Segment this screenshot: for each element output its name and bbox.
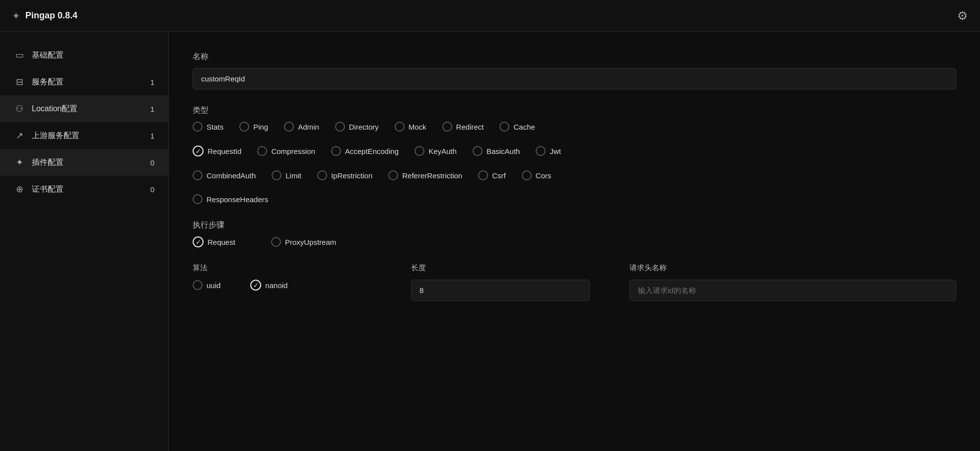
radio-combinedauth[interactable]: CombinedAuth: [193, 170, 256, 180]
radio-circle-directory: [335, 122, 345, 132]
algo-options: uuid ✓ nanoid: [193, 280, 371, 291]
sidebar-badge-location: 1: [144, 105, 154, 113]
sidebar-item-basic[interactable]: ▭ 基础配置: [0, 42, 168, 69]
type-label: 类型: [193, 105, 956, 116]
radio-circle-proxyupstream: [271, 237, 281, 247]
radio-circle-ping: [239, 122, 249, 132]
radio-circle-acceptencoding: [331, 146, 341, 156]
radio-nanoid[interactable]: ✓ nanoid: [250, 280, 287, 291]
radio-responseheaders[interactable]: ResponseHeaders: [193, 194, 268, 204]
radio-label-iprestriction: IpRestriction: [331, 171, 372, 180]
radio-circle-keyauth: [415, 146, 424, 156]
radio-iprestriction[interactable]: IpRestriction: [317, 170, 372, 180]
radio-circle-responseheaders: [193, 194, 203, 204]
sidebar-label-plugin: 插件配置: [32, 157, 64, 168]
radio-circle-jwt: [536, 146, 546, 156]
radio-circle-uuid: [193, 280, 203, 290]
radio-label-acceptencoding: AcceptEncoding: [345, 147, 399, 155]
logo-icon: ✦: [12, 10, 20, 22]
radio-circle-cors: [522, 170, 532, 180]
sidebar-label-cert: 证书配置: [32, 184, 64, 195]
radio-stats[interactable]: Stats: [193, 122, 223, 132]
radio-refererrestriction[interactable]: RefererRestriction: [388, 170, 462, 180]
radio-jwt[interactable]: Jwt: [536, 146, 561, 156]
sidebar-label-location: Location配置: [32, 104, 78, 114]
header-name-input[interactable]: [630, 280, 956, 301]
radio-cache[interactable]: Cache: [499, 122, 535, 132]
step-label: 执行步骤: [193, 220, 956, 230]
length-label: 长度: [411, 263, 590, 273]
algo-section: 算法 uuid ✓ nanoid 长度: [193, 263, 956, 301]
server-config-icon: ⊟: [14, 76, 25, 87]
radio-ping[interactable]: Ping: [239, 122, 268, 132]
sidebar-item-location[interactable]: ⚇ Location配置 1: [0, 95, 168, 122]
radio-keyauth[interactable]: KeyAuth: [415, 146, 457, 156]
plugin-config-icon: ✦: [14, 157, 25, 168]
sidebar-label-basic: 基础配置: [32, 50, 64, 61]
radio-circle-csrf: [478, 170, 488, 180]
radio-mock[interactable]: Mock: [395, 122, 426, 132]
radio-circle-cache: [499, 122, 509, 132]
radio-basicauth[interactable]: BasicAuth: [473, 146, 520, 156]
header-name-col: 请求头名称: [630, 263, 956, 301]
app-title: Pingap 0.8.4: [25, 10, 77, 21]
radio-cors[interactable]: Cors: [522, 170, 552, 180]
radio-label-compression: Compression: [271, 147, 315, 155]
header-left: ✦ Pingap 0.8.4: [12, 10, 77, 22]
radio-label-ping: Ping: [253, 123, 268, 131]
sidebar-label-server: 服务配置: [32, 77, 64, 87]
check-circle-request: ✓: [193, 236, 204, 247]
radio-label-cache: Cache: [513, 123, 535, 131]
radio-limit[interactable]: Limit: [272, 170, 301, 180]
sidebar-item-server[interactable]: ⊟ 服务配置 1: [0, 69, 168, 95]
radio-circle-redirect: [442, 122, 452, 132]
sidebar-item-plugin[interactable]: ✦ 插件配置 0: [0, 149, 168, 176]
radio-label-refererrestriction: RefererRestriction: [402, 171, 462, 180]
length-input[interactable]: [411, 280, 590, 301]
main-content: 名称 类型 Stats Ping Admin: [169, 32, 980, 451]
check-circle-requestid: ✓: [193, 146, 204, 156]
radio-circle-limit: [272, 170, 281, 180]
radio-csrf[interactable]: Csrf: [478, 170, 506, 180]
step-section: 执行步骤 ✓ Request ProxyUpstream: [193, 220, 956, 247]
sidebar-badge-cert: 0: [144, 185, 154, 194]
sidebar-item-upstream[interactable]: ↗ 上游服务配置 1: [0, 122, 168, 149]
radio-label-combinedauth: CombinedAuth: [207, 171, 256, 180]
radio-label-mock: Mock: [409, 123, 426, 131]
radio-request[interactable]: ✓ Request: [193, 236, 235, 247]
check-circle-nanoid: ✓: [250, 280, 261, 291]
radio-circle-mock: [395, 122, 405, 132]
radio-label-uuid: uuid: [207, 281, 220, 290]
radio-compression[interactable]: Compression: [257, 146, 315, 156]
name-section: 名称: [193, 52, 956, 89]
radio-circle-admin: [284, 122, 294, 132]
radio-uuid[interactable]: uuid: [193, 280, 220, 290]
radio-label-basicauth: BasicAuth: [487, 147, 520, 155]
radio-circle-combinedauth: [193, 170, 203, 180]
header-name-label: 请求头名称: [630, 263, 956, 273]
name-input[interactable]: [193, 68, 956, 89]
radio-requestid[interactable]: ✓ RequestId: [193, 146, 241, 156]
radio-label-admin: Admin: [298, 123, 319, 131]
type-section: 类型 Stats Ping Admin Directory: [193, 105, 956, 204]
sidebar-item-cert[interactable]: ⊕ 证书配置 0: [0, 176, 168, 203]
settings-icon[interactable]: ⚙: [957, 9, 968, 23]
radio-acceptencoding[interactable]: AcceptEncoding: [331, 146, 399, 156]
sidebar-label-upstream: 上游服务配置: [32, 131, 79, 141]
radio-label-nanoid: nanoid: [265, 281, 287, 290]
cert-config-icon: ⊕: [14, 184, 25, 195]
radio-redirect[interactable]: Redirect: [442, 122, 484, 132]
radio-label-requestid: RequestId: [208, 147, 241, 155]
radio-proxyupstream[interactable]: ProxyUpstream: [271, 237, 336, 247]
radio-directory[interactable]: Directory: [335, 122, 379, 132]
algo-row: 算法 uuid ✓ nanoid 长度: [193, 263, 956, 301]
radio-circle-basicauth: [473, 146, 483, 156]
radio-label-directory: Directory: [349, 123, 379, 131]
radio-circle-iprestriction: [317, 170, 327, 180]
radio-circle-refererrestriction: [388, 170, 398, 180]
radio-admin[interactable]: Admin: [284, 122, 319, 132]
radio-label-csrf: Csrf: [492, 171, 506, 180]
radio-label-limit: Limit: [285, 171, 301, 180]
sidebar: ▭ 基础配置 ⊟ 服务配置 1 ⚇ Location配置 1 ↗ 上游服务配置: [0, 32, 169, 451]
main-layout: ▭ 基础配置 ⊟ 服务配置 1 ⚇ Location配置 1 ↗ 上游服务配置: [0, 32, 980, 451]
